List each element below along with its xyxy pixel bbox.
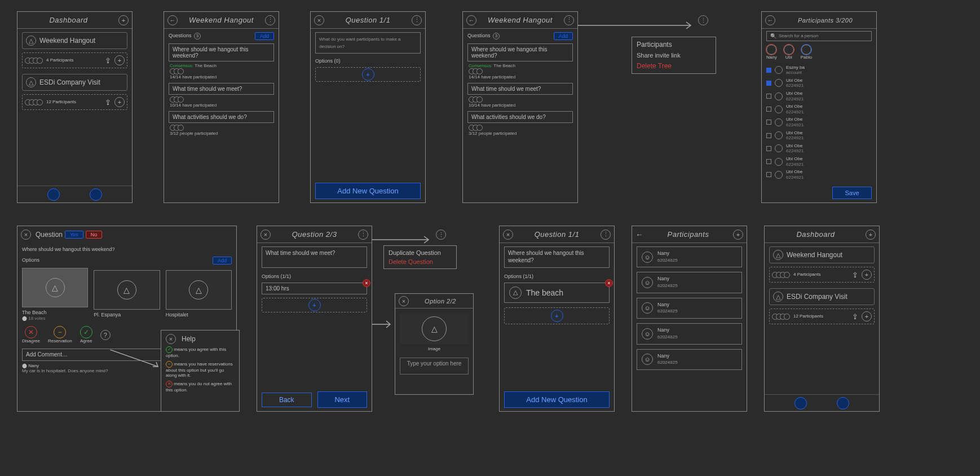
more-button[interactable] — [601, 230, 611, 240]
participant-card[interactable]: ☺ Nany62024825 — [637, 246, 742, 267]
question-item[interactable]: Where should we hangout this weekend? — [169, 43, 274, 61]
recent-chip[interactable]: Pablo — [801, 45, 812, 60]
participant-row[interactable]: Ubi Obe6224921 — [766, 103, 872, 116]
add-option-pill[interactable]: Add — [213, 257, 232, 265]
vote-agree-button[interactable] — [80, 326, 92, 338]
menu-delete-tree[interactable]: Delete Tree — [637, 62, 711, 70]
checkbox-icon[interactable] — [766, 81, 771, 86]
vote-reservation-button[interactable] — [54, 326, 66, 338]
participant-row[interactable]: Ubi Obe6224921 — [766, 77, 872, 90]
participant-card[interactable]: ☺ Nany62024825 — [637, 272, 742, 293]
nav-home-button[interactable] — [47, 188, 60, 201]
share-icon[interactable] — [852, 270, 858, 280]
more-button[interactable] — [358, 230, 368, 240]
save-button[interactable]: Save — [832, 187, 872, 199]
tree-card[interactable]: △ Weekend Hangout — [22, 32, 127, 49]
option-row[interactable]: 13:00 hrs — [262, 283, 367, 294]
back-button[interactable] — [466, 15, 476, 25]
option-image[interactable] — [22, 268, 88, 307]
vote-disagree-button[interactable] — [25, 326, 37, 338]
participant-row[interactable]: Ubi Obe6224921 — [766, 142, 872, 155]
question-input[interactable]: Where should we hangout this weekend? — [504, 246, 610, 268]
add-option-icon[interactable] — [362, 68, 374, 81]
checkbox-icon[interactable] — [766, 159, 771, 164]
add-option-slot[interactable] — [504, 307, 610, 324]
add-option-icon[interactable] — [308, 299, 321, 311]
filter-no[interactable]: No — [86, 231, 103, 239]
participant-card[interactable]: ☺ Nany62024825 — [637, 298, 742, 319]
nav-home-button[interactable] — [794, 397, 807, 409]
question-input[interactable]: What time should we meet? — [262, 246, 367, 268]
add-question-pill[interactable]: Add — [554, 32, 573, 40]
tree-card[interactable]: △ ESDi Company Visit — [769, 288, 875, 305]
add-option-icon[interactable] — [551, 310, 563, 322]
option-text-input[interactable]: Type your option here — [400, 358, 469, 374]
invite-button[interactable] — [862, 270, 872, 280]
nav-profile-button[interactable] — [90, 188, 102, 201]
more-button[interactable] — [412, 15, 422, 25]
delete-option-badge[interactable] — [605, 279, 613, 287]
help-button[interactable] — [100, 330, 111, 340]
menu-duplicate-question[interactable]: Duplicate Question — [389, 249, 452, 256]
back-arrow-icon[interactable]: ← — [635, 230, 643, 239]
close-button[interactable] — [21, 230, 31, 240]
participant-row[interactable]: Eszny baaccount — [766, 64, 872, 77]
question-item[interactable]: What time should we meet? — [169, 83, 274, 95]
add-option-slot[interactable] — [315, 67, 421, 82]
checkbox-icon[interactable] — [766, 120, 771, 125]
more-button-target[interactable] — [698, 15, 708, 25]
participant-row[interactable]: Ubi Obe6224921 — [766, 116, 872, 129]
question-item[interactable]: What time should we meet? — [467, 83, 573, 95]
tree-card[interactable]: △ ESDi Company Visit — [22, 74, 127, 91]
back-button[interactable] — [765, 15, 775, 25]
filter-yes[interactable]: Yes — [65, 231, 83, 239]
close-button[interactable] — [503, 230, 513, 240]
participant-row[interactable]: Ubi Obe6224921 — [766, 168, 872, 181]
participant-row[interactable]: Ubi Obe6224921 — [766, 129, 872, 142]
question-item[interactable]: Where should we hangout this weekend? — [467, 43, 573, 61]
back-button[interactable] — [167, 15, 178, 25]
checkbox-icon[interactable] — [766, 107, 771, 112]
checkbox-icon[interactable] — [766, 146, 771, 151]
more-button[interactable] — [564, 15, 574, 25]
menu-participants[interactable]: Participants — [637, 41, 711, 49]
more-button-target[interactable] — [436, 230, 446, 240]
more-button[interactable] — [265, 15, 275, 25]
nav-profile-button[interactable] — [837, 397, 849, 409]
share-icon[interactable] — [105, 55, 111, 65]
menu-share-link[interactable]: Share invite link — [637, 52, 711, 59]
option-image-slot[interactable] — [400, 313, 469, 344]
submit-question-button[interactable]: Add New Question — [504, 391, 610, 408]
question-item[interactable]: What activities should we do? — [467, 111, 573, 123]
invite-button[interactable] — [114, 55, 125, 65]
tree-card[interactable]: △ Weekend Hangout — [769, 246, 875, 263]
participant-card[interactable]: ☺ Nany62024825 — [637, 323, 742, 344]
participant-row[interactable]: Ubi Obe6224921 — [766, 90, 872, 103]
add-tree-button[interactable] — [866, 230, 876, 240]
delete-option-badge[interactable] — [363, 279, 370, 287]
recent-chip[interactable]: Ubi — [784, 45, 794, 60]
option-image[interactable] — [94, 270, 160, 310]
checkbox-icon[interactable] — [766, 94, 771, 99]
question-item[interactable]: What activities should we do? — [169, 111, 274, 123]
option-image[interactable] — [166, 270, 232, 310]
invite-button[interactable] — [114, 97, 125, 107]
menu-delete-question[interactable]: Delete Question — [389, 258, 452, 265]
option-row[interactable]: The beach — [504, 283, 610, 303]
close-help-button[interactable] — [166, 334, 176, 344]
question-input[interactable]: What do you want participants to make a … — [315, 32, 421, 54]
checkbox-icon[interactable] — [766, 68, 771, 73]
close-option-button[interactable] — [399, 296, 409, 306]
share-icon[interactable] — [105, 97, 111, 107]
add-tree-button[interactable] — [118, 15, 129, 25]
submit-question-button[interactable]: Add New Question — [315, 183, 421, 199]
close-button[interactable] — [261, 230, 271, 240]
recent-chip[interactable]: Nany — [766, 45, 777, 60]
invite-button[interactable] — [862, 311, 872, 321]
next-button[interactable]: Next — [317, 391, 368, 408]
close-button[interactable] — [314, 15, 324, 25]
add-option-slot[interactable] — [262, 298, 367, 312]
back-button[interactable]: Back — [262, 393, 312, 407]
add-question-pill[interactable]: Add — [255, 32, 274, 40]
participant-search-input[interactable]: Search for a person — [766, 31, 872, 41]
